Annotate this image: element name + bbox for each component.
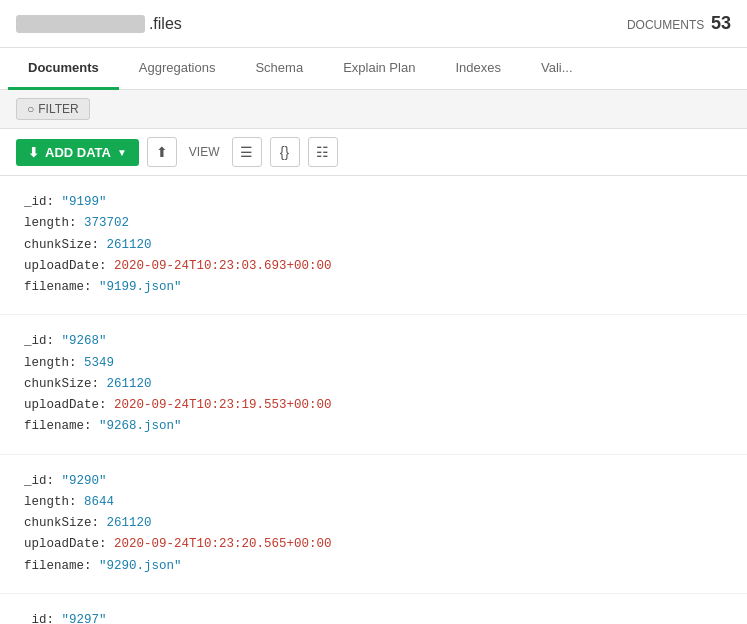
add-data-button[interactable]: ⬇ ADD DATA ▼ — [16, 139, 139, 166]
field-val-filename: "9199.json" — [99, 280, 182, 294]
field-key-length: length: — [24, 356, 84, 370]
export-button[interactable]: ⬆ — [147, 137, 177, 167]
doc-field-length: length: 8644 — [24, 492, 723, 513]
header: .files DOCUMENTS 53 — [0, 0, 747, 48]
filter-button[interactable]: ○ FILTER — [16, 98, 90, 120]
field-key-filename: filename: — [24, 559, 99, 573]
add-data-icon: ⬇ — [28, 145, 39, 160]
tab-aggregations[interactable]: Aggregations — [119, 48, 236, 90]
blurred-prefix — [16, 15, 145, 33]
field-val-uploaddate: 2020-09-24T10:23:03.693+00:00 — [114, 259, 332, 273]
tab-explain-plan[interactable]: Explain Plan — [323, 48, 435, 90]
field-key-uploaddate: uploadDate: — [24, 259, 114, 273]
field-val-uploaddate: 2020-09-24T10:23:20.565+00:00 — [114, 537, 332, 551]
export-icon: ⬆ — [156, 144, 168, 160]
toolbar: ⬇ ADD DATA ▼ ⬆ VIEW ☰ {} ☷ — [0, 129, 747, 176]
filter-bar: ○ FILTER — [0, 90, 747, 129]
field-val-id: "9297" — [62, 613, 107, 624]
field-val-length: 373702 — [84, 216, 129, 230]
tab-documents[interactable]: Documents — [8, 48, 119, 90]
field-key-id: _id: — [24, 474, 62, 488]
field-val-id: "9199" — [62, 195, 107, 209]
field-val-length: 8644 — [84, 495, 114, 509]
field-val-chunksize: 261120 — [107, 238, 152, 252]
field-key-id: _id: — [24, 334, 62, 348]
field-val-chunksize: 261120 — [107, 377, 152, 391]
doc-field-uploaddate: uploadDate: 2020-09-24T10:23:20.565+00:0… — [24, 534, 723, 555]
field-key-uploaddate: uploadDate: — [24, 537, 114, 551]
doc-field-id: _id: "9268" — [24, 331, 723, 352]
doc-field-chunksize: chunkSize: 261120 — [24, 513, 723, 534]
doc-field-id: _id: "9199" — [24, 192, 723, 213]
field-key-uploaddate: uploadDate: — [24, 398, 114, 412]
table-view-button[interactable]: ☷ — [308, 137, 338, 167]
documents-list: _id: "9199" length: 373702 chunkSize: 26… — [0, 176, 747, 624]
doc-field-filename: filename: "9290.json" — [24, 556, 723, 577]
json-view-icon: {} — [280, 144, 289, 160]
field-key-length: length: — [24, 216, 84, 230]
field-val-id: "9268" — [62, 334, 107, 348]
doc-field-uploaddate: uploadDate: 2020-09-24T10:23:19.553+00:0… — [24, 395, 723, 416]
doc-field-filename: filename: "9268.json" — [24, 416, 723, 437]
docs-label: DOCUMENTS — [627, 18, 704, 32]
table-row: _id: "9297" length: 8801 chunkSize: 2611… — [0, 594, 747, 624]
view-label: VIEW — [185, 145, 224, 159]
add-data-label: ADD DATA — [45, 145, 111, 160]
filter-label: FILTER — [38, 102, 78, 116]
field-key-id: _id: — [24, 195, 62, 209]
field-val-filename: "9290.json" — [99, 559, 182, 573]
tab-validation[interactable]: Vali... — [521, 48, 593, 90]
collection-title: .files — [16, 15, 627, 33]
field-key-filename: filename: — [24, 280, 99, 294]
field-key-id: _id: — [24, 613, 62, 624]
doc-field-uploaddate: uploadDate: 2020-09-24T10:23:03.693+00:0… — [24, 256, 723, 277]
table-row: _id: "9268" length: 5349 chunkSize: 2611… — [0, 315, 747, 454]
doc-field-id: _id: "9290" — [24, 471, 723, 492]
table-row: _id: "9290" length: 8644 chunkSize: 2611… — [0, 455, 747, 594]
list-view-icon: ☰ — [240, 144, 253, 160]
doc-field-id: _id: "9297" — [24, 610, 723, 624]
list-view-button[interactable]: ☰ — [232, 137, 262, 167]
title-suffix: .files — [149, 15, 182, 32]
field-val-uploaddate: 2020-09-24T10:23:19.553+00:00 — [114, 398, 332, 412]
document-count-section: DOCUMENTS 53 — [627, 13, 731, 34]
table-row: _id: "9199" length: 373702 chunkSize: 26… — [0, 176, 747, 315]
doc-field-chunksize: chunkSize: 261120 — [24, 374, 723, 395]
field-val-chunksize: 261120 — [107, 516, 152, 530]
field-key-filename: filename: — [24, 419, 99, 433]
doc-field-chunksize: chunkSize: 261120 — [24, 235, 723, 256]
nav-tabs: Documents Aggregations Schema Explain Pl… — [0, 48, 747, 90]
field-key-chunksize: chunkSize: — [24, 377, 107, 391]
field-key-chunksize: chunkSize: — [24, 516, 107, 530]
table-view-icon: ☷ — [316, 144, 329, 160]
tab-indexes[interactable]: Indexes — [435, 48, 521, 90]
doc-field-length: length: 373702 — [24, 213, 723, 234]
tab-schema[interactable]: Schema — [235, 48, 323, 90]
field-val-filename: "9268.json" — [99, 419, 182, 433]
doc-field-length: length: 5349 — [24, 353, 723, 374]
doc-field-filename: filename: "9199.json" — [24, 277, 723, 298]
field-val-length: 5349 — [84, 356, 114, 370]
filter-icon: ○ — [27, 102, 34, 116]
field-val-id: "9290" — [62, 474, 107, 488]
field-key-chunksize: chunkSize: — [24, 238, 107, 252]
dropdown-chevron-icon: ▼ — [117, 147, 127, 158]
field-key-length: length: — [24, 495, 84, 509]
json-view-button[interactable]: {} — [270, 137, 300, 167]
docs-count: 53 — [711, 13, 731, 33]
